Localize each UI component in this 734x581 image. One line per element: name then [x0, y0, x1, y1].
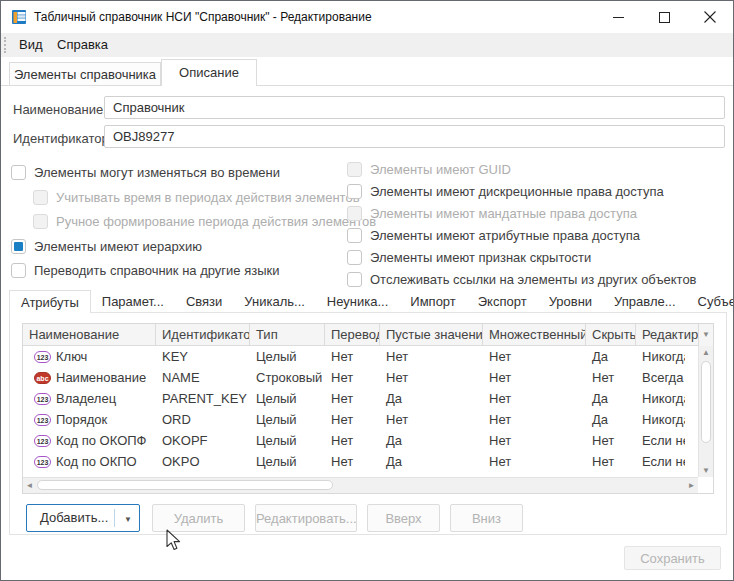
cell-editing: Никогда — [636, 412, 685, 427]
cell-type: Целый — [250, 433, 325, 448]
split-button-divider — [114, 509, 115, 527]
save-button[interactable]: Сохранить — [624, 546, 721, 570]
cell-hidden: Нет — [586, 370, 636, 385]
option-track-references[interactable]: Отслеживать ссылки на элементы из других… — [347, 271, 697, 287]
checkbox-icon — [347, 206, 362, 221]
menu-view[interactable]: Вид — [11, 33, 51, 57]
cell-editing: Никогда — [636, 391, 685, 406]
identifier-label: Идентификатор: — [13, 131, 112, 146]
scroll-up-icon[interactable]: ▲ — [699, 346, 713, 359]
scroll-right-icon[interactable]: ► — [685, 478, 698, 493]
move-down-button[interactable]: Вниз — [450, 504, 523, 532]
maximize-icon — [659, 12, 670, 23]
cell-multiple: Нет — [483, 349, 586, 364]
checkbox-icon[interactable] — [11, 165, 26, 180]
cell-hidden: Нет — [586, 454, 636, 469]
numeric-type-icon: 123 — [34, 393, 51, 405]
vertical-scroll-thumb[interactable] — [701, 361, 711, 443]
option-translate-languages[interactable]: Переводить справочник на другие языки — [11, 262, 279, 278]
checkbox-icon — [347, 162, 362, 177]
tab-links[interactable]: Связи — [175, 290, 233, 313]
tab-levels[interactable]: Уровни — [538, 290, 603, 313]
cell-hidden: Да — [586, 349, 636, 364]
column-header-identifier[interactable]: Идентификатор — [156, 324, 250, 345]
name-input[interactable] — [104, 96, 725, 119]
column-header-type[interactable]: Тип — [250, 324, 325, 345]
app-window: Табличный справочник НСИ "Справочник" - … — [0, 0, 734, 581]
string-type-icon: abc — [34, 372, 51, 384]
checkbox-icon[interactable] — [347, 228, 362, 243]
add-button-label: Добавить... — [40, 510, 108, 525]
tab-import[interactable]: Импорт — [399, 290, 466, 313]
table-row[interactable]: 123Код по ОКОПФ OKOPF Целый Нет Да Нет Н… — [23, 430, 698, 451]
cell-editing: Никогда — [636, 349, 685, 364]
title-bar: Табличный справочник НСИ "Справочник" - … — [1, 1, 733, 33]
column-header-multiple[interactable]: Множественный — [483, 324, 586, 345]
cell-translate: Нет — [325, 391, 380, 406]
attributes-table: Наименование Идентификатор Тип Перевод П… — [22, 323, 714, 494]
scroll-down-icon[interactable]: ▼ — [699, 464, 713, 477]
tab-nonunique[interactable]: Неуника... — [316, 290, 399, 313]
tab-elements[interactable]: Элементы справочника — [9, 62, 161, 86]
column-header-editing[interactable]: Редактир — [636, 324, 698, 345]
column-header-name[interactable]: Наименование — [23, 324, 156, 345]
identifier-input[interactable] — [104, 125, 725, 148]
option-hierarchy[interactable]: Элементы имеют иерархию — [11, 238, 202, 254]
chevron-down-icon[interactable]: ▼ — [124, 515, 132, 524]
horizontal-scroll-thumb[interactable] — [37, 480, 333, 490]
tab-unique[interactable]: Уникаль... — [233, 290, 316, 313]
table-row[interactable]: 123Владелец PARENT_KEY Целый Нет Да Нет … — [23, 388, 698, 409]
window-title: Табличный справочник НСИ "Справочник" - … — [34, 1, 372, 33]
menu-help[interactable]: Справка — [49, 33, 116, 57]
tab-subjects[interactable]: Субъек... — [687, 290, 734, 313]
checkbox-icon — [33, 190, 48, 205]
close-button[interactable] — [687, 1, 733, 33]
checkbox-icon[interactable] — [347, 272, 362, 287]
vertical-scrollbar[interactable]: ▲ ▼ — [698, 346, 713, 477]
tab-description[interactable]: Описание — [161, 59, 257, 86]
checkbox-icon[interactable] — [11, 263, 26, 278]
column-chooser-button[interactable]: ▼ — [698, 324, 713, 346]
delete-button[interactable]: Удалить — [152, 504, 245, 532]
scroll-left-icon[interactable]: ◄ — [23, 478, 36, 493]
option-discretionary-rights[interactable]: Элементы имеют дискреционные права досту… — [347, 183, 664, 199]
checkbox-icon[interactable] — [347, 184, 362, 199]
app-icon — [11, 9, 27, 25]
column-header-translate[interactable]: Перевод — [325, 324, 380, 345]
cell-name: Код по ОКОПФ — [56, 433, 146, 448]
cell-type: Строковый — [250, 370, 325, 385]
table-row[interactable]: 123Код по ОКПО OKPO Целый Нет Да Нет Нет… — [23, 451, 698, 472]
chevron-down-icon: ▼ — [702, 330, 710, 339]
tab-management[interactable]: Управле... — [603, 290, 686, 313]
option-hidden-flag[interactable]: Элементы имеют признак скрытости — [347, 249, 591, 265]
option-guid: Элементы имеют GUID — [347, 161, 511, 177]
tab-attributes[interactable]: Атрибуты — [9, 290, 91, 313]
cell-translate: Нет — [325, 349, 380, 364]
table-row[interactable]: 123Ключ KEY Целый Нет Нет Нет Да Никогда — [23, 346, 698, 367]
option-attribute-rights[interactable]: Элементы имеют атрибутные права доступа — [347, 227, 640, 243]
maximize-button[interactable] — [641, 1, 687, 33]
edit-button[interactable]: Редактировать... — [255, 504, 357, 532]
close-icon — [704, 11, 716, 23]
minimize-button[interactable] — [595, 1, 641, 33]
menu-bar: Вид Справка — [1, 33, 733, 57]
mouse-cursor — [166, 529, 186, 551]
option-elements-change-in-time[interactable]: Элементы могут изменяться во времени — [11, 164, 280, 180]
checkbox-icon[interactable] — [347, 250, 362, 265]
cell-translate: Нет — [325, 454, 380, 469]
horizontal-scrollbar[interactable]: ◄ ► — [23, 477, 698, 493]
cell-identifier: NAME — [156, 370, 250, 385]
checkbox-checked-icon[interactable] — [11, 239, 26, 254]
move-up-button[interactable]: Вверх — [367, 504, 440, 532]
column-header-hidden[interactable]: Скрытый — [586, 324, 636, 345]
toolbar-gripper[interactable] — [4, 37, 6, 53]
tab-parameters[interactable]: Парамет... — [91, 290, 175, 313]
table-row[interactable]: 123Порядок ORD Целый Нет Нет Нет Да Нико… — [23, 409, 698, 430]
tab-export[interactable]: Экспорт — [467, 290, 538, 313]
add-button[interactable]: Добавить... ▼ — [26, 504, 140, 532]
cell-editing: Если не — [636, 454, 685, 469]
cell-hidden: Да — [586, 391, 636, 406]
cell-name: Ключ — [56, 349, 87, 364]
column-header-empty-values[interactable]: Пустые значения — [380, 324, 483, 345]
table-row[interactable]: abcНаименование NAME Строковый Нет Нет Н… — [23, 367, 698, 388]
